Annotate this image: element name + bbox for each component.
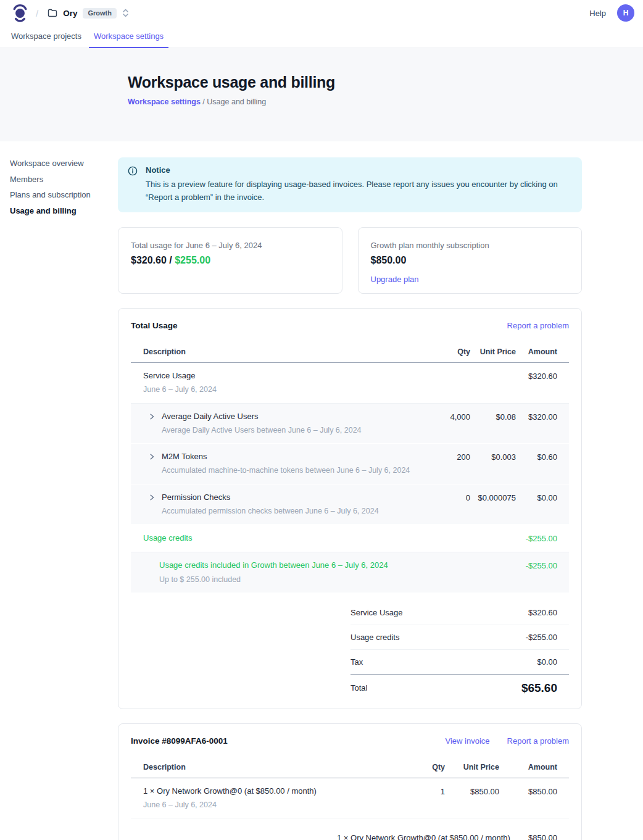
summary-row-service-usage: Service Usage $320.60 bbox=[351, 601, 569, 625]
total-value: $65.60 bbox=[521, 681, 569, 695]
row-subtitle: Up to $ 255.00 included bbox=[159, 575, 388, 584]
notice-title: Notice bbox=[146, 165, 570, 175]
row-amount: $850.00 bbox=[499, 786, 569, 796]
total-usage-value: $320.60 / $255.00 bbox=[131, 255, 330, 266]
invoice-links: View invoice Report a problem bbox=[446, 736, 569, 746]
summary-label: Tax bbox=[351, 657, 363, 667]
user-avatar[interactable]: H bbox=[617, 4, 634, 22]
sidebar-item-usage-billing[interactable]: Usage and billing bbox=[10, 207, 118, 215]
upgrade-plan-link[interactable]: Upgrade plan bbox=[371, 275, 419, 284]
updown-chevron-icon bbox=[122, 8, 129, 18]
row-amount: -$255.00 bbox=[516, 533, 569, 543]
table-row-average-daily-active-users[interactable]: Average Daily Active Users Average Daily… bbox=[131, 404, 569, 444]
page-title: Workspace usage and billing bbox=[128, 73, 643, 91]
row-qty: 4,000 bbox=[427, 412, 470, 422]
summary-label: Service Usage bbox=[351, 608, 403, 617]
usage-summary: Service Usage $320.60 Usage credits -$25… bbox=[351, 601, 569, 696]
invoice-title: Invoice #8099AFA6-0001 bbox=[131, 736, 228, 746]
row-qty: 200 bbox=[427, 452, 470, 462]
notice-body: This is a preview feature for displaying… bbox=[146, 178, 570, 204]
chevron-right-icon[interactable] bbox=[148, 413, 156, 420]
row-unit-price: $0.000075 bbox=[470, 493, 516, 502]
table-row-usage-credits: Usage credits -$255.00 bbox=[131, 525, 569, 552]
total-usage-card: Total usage for June 6 – July 6, 2024 $3… bbox=[118, 227, 342, 294]
chevron-right-icon[interactable] bbox=[148, 453, 156, 460]
row-name: Average Daily Active Users bbox=[162, 412, 362, 422]
row-amount: -$255.00 bbox=[516, 560, 569, 570]
page-header: Workspace usage and billing Workspace se… bbox=[0, 48, 643, 141]
row-subtitle: June 6 – July 6, 2024 bbox=[143, 385, 217, 394]
table-row-growth-subscription: 1 × Ory Network Growth@0 (at $850.00 / m… bbox=[131, 778, 569, 819]
tab-workspace-settings[interactable]: Workspace settings bbox=[88, 26, 170, 48]
invoice-table-header: Description Qty Unit Price Amount bbox=[131, 759, 569, 778]
notice-content: Notice This is a preview feature for dis… bbox=[146, 165, 570, 204]
col-unit-price: Unit Price bbox=[470, 347, 516, 356]
chevron-right-icon[interactable] bbox=[148, 494, 156, 501]
col-description: Description bbox=[131, 347, 427, 356]
invoice-report-problem-link[interactable]: Report a problem bbox=[507, 736, 569, 746]
usage-separator: / bbox=[167, 255, 175, 265]
sidebar-item-members[interactable]: Members bbox=[10, 175, 118, 183]
usage-panel-head: Total Usage Report a problem bbox=[131, 321, 569, 330]
col-amount: Amount bbox=[499, 763, 569, 771]
usage-report-problem-link[interactable]: Report a problem bbox=[507, 321, 569, 330]
help-link[interactable]: Help bbox=[589, 9, 606, 18]
breadcrumb-separator: / bbox=[202, 98, 204, 106]
tab-workspace-projects[interactable]: Workspace projects bbox=[5, 26, 88, 48]
workspace-plan-badge: Growth bbox=[83, 8, 117, 19]
row-name: Permission Checks bbox=[162, 493, 379, 502]
row-qty: 1 bbox=[402, 786, 445, 796]
table-row-usage-credits-detail: Usage credits included in Growth between… bbox=[131, 552, 569, 593]
breadcrumb-settings-link[interactable]: Workspace settings bbox=[128, 98, 201, 106]
table-row-m2m-tokens[interactable]: M2M Tokens Accumulated machine-to-machin… bbox=[131, 444, 569, 484]
top-bar: / Ory Growth Help H bbox=[0, 0, 643, 26]
summary-label: Usage credits bbox=[351, 633, 399, 642]
ory-logo-icon bbox=[12, 4, 28, 23]
plan-subscription-card: Growth plan monthly subscription $850.00… bbox=[358, 227, 583, 294]
row-amount: $0.60 bbox=[516, 452, 569, 462]
usage-table-header: Description Qty Unit Price Amount bbox=[131, 344, 569, 363]
col-unit-price: Unit Price bbox=[445, 763, 499, 771]
summary-value: $850.00 bbox=[528, 833, 569, 840]
row-name: 1 × Ory Network Growth@0 (at $850.00 / m… bbox=[143, 786, 317, 796]
workspace-name: Ory bbox=[63, 9, 77, 18]
workspace-switcher[interactable]: Ory Growth bbox=[48, 8, 129, 19]
row-unit-price: $0.08 bbox=[470, 412, 516, 422]
summary-label: 1 × Ory Network Growth@0 (at $850.00 / m… bbox=[337, 833, 510, 840]
breadcrumb: Workspace settings / Usage and billing bbox=[128, 98, 643, 106]
view-invoice-link[interactable]: View invoice bbox=[446, 736, 490, 746]
row-name: Usage credits bbox=[143, 533, 192, 543]
usage-credit-amount: $255.00 bbox=[175, 255, 210, 265]
invoice-table: Description Qty Unit Price Amount 1 × Or… bbox=[131, 759, 569, 819]
summary-row-growth-item: 1 × Ory Network Growth@0 (at $850.00 / m… bbox=[337, 826, 569, 840]
summary-row-tax: Tax $0.00 bbox=[351, 650, 569, 675]
row-name: Service Usage bbox=[143, 371, 217, 381]
ory-logo[interactable] bbox=[12, 4, 28, 23]
row-subtitle: Accumulated permission checks between Ju… bbox=[162, 506, 379, 516]
main-content: Notice This is a preview feature for dis… bbox=[118, 141, 582, 840]
row-subtitle: Accumulated machine-to-machine tokens be… bbox=[162, 465, 410, 475]
usage-panel-title: Total Usage bbox=[131, 321, 178, 330]
content-layout: Workspace overview Members Plans and sub… bbox=[0, 141, 643, 840]
total-usage-label: Total usage for June 6 – July 6, 2024 bbox=[131, 241, 330, 250]
sidebar-item-plans-subscription[interactable]: Plans and subscription bbox=[10, 191, 118, 199]
row-unit-price: $0.003 bbox=[470, 452, 516, 462]
total-label: Total bbox=[351, 683, 367, 692]
usage-total-row: Total $65.60 bbox=[351, 675, 569, 696]
table-row-permission-checks[interactable]: Permission Checks Accumulated permission… bbox=[131, 484, 569, 525]
row-name: Usage credits included in Growth between… bbox=[159, 560, 388, 570]
row-subtitle: June 6 – July 6, 2024 bbox=[143, 800, 317, 810]
breadcrumb-current: Usage and billing bbox=[207, 98, 266, 106]
stat-cards-row: Total usage for June 6 – July 6, 2024 $3… bbox=[118, 227, 582, 294]
plan-label: Growth plan monthly subscription bbox=[371, 241, 570, 250]
summary-value: $320.60 bbox=[528, 608, 569, 617]
row-name: M2M Tokens bbox=[162, 452, 410, 462]
workspace-tabs: Workspace projects Workspace settings bbox=[0, 26, 643, 48]
plan-amount: $850.00 bbox=[371, 255, 570, 266]
col-description: Description bbox=[131, 763, 402, 771]
invoice-panel: Invoice #8099AFA6-0001 View invoice Repo… bbox=[118, 723, 582, 840]
sidebar-item-workspace-overview[interactable]: Workspace overview bbox=[10, 159, 118, 167]
summary-value: -$255.00 bbox=[526, 633, 569, 642]
table-row-service-usage: Service Usage June 6 – July 6, 2024 $320… bbox=[131, 363, 569, 404]
info-icon bbox=[128, 166, 138, 176]
